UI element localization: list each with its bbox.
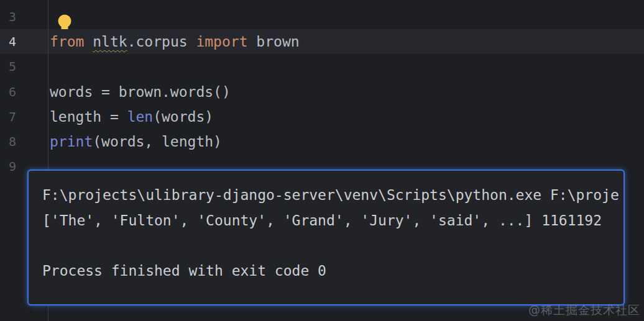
code-line-text: from nltk.corpus import brown: [50, 34, 300, 50]
console-output: F:\projects\ulibrary-django-server\venv\…: [42, 183, 623, 283]
code-token: print: [50, 133, 93, 150]
code-line[interactable]: 7length = len(words): [0, 104, 644, 129]
code-line[interactable]: 3: [0, 4, 644, 29]
run-output-panel[interactable]: F:\projects\ulibrary-django-server\venv\…: [27, 170, 625, 305]
line-number[interactable]: 5: [0, 59, 16, 74]
console-line: ['The', 'Fulton', 'County', 'Grand', 'Ju…: [42, 208, 623, 233]
line-number[interactable]: 6: [0, 84, 16, 99]
line-number[interactable]: 9: [0, 159, 16, 174]
code-line[interactable]: 4from nltk.corpus import brown: [0, 29, 644, 54]
code-token: [84, 34, 93, 50]
console-line: F:\projects\ulibrary-django-server\venv\…: [42, 183, 623, 208]
code-line-text: words = brown.words(): [50, 84, 231, 100]
ide-editor-window: 34from nltk.corpus import brown56words =…: [0, 0, 644, 321]
code-line[interactable]: 8print(words, length): [0, 129, 644, 154]
console-line: Process finished with exit code 0: [42, 258, 623, 284]
code-token: from: [50, 34, 84, 50]
code-token: nltk: [93, 34, 127, 50]
code-token: (words, length): [93, 133, 222, 150]
code-token: .corpus: [127, 34, 196, 50]
code-token: words = brown.words(): [50, 84, 231, 100]
code-area[interactable]: 34from nltk.corpus import brown56words =…: [0, 4, 644, 179]
code-line[interactable]: 5: [0, 54, 644, 79]
line-number[interactable]: 7: [0, 109, 16, 124]
code-token: len: [127, 109, 154, 125]
line-number[interactable]: 3: [0, 9, 16, 24]
code-line-text: print(words, length): [50, 133, 222, 150]
console-line: [42, 233, 623, 258]
code-line[interactable]: 6words = brown.words(): [0, 79, 644, 104]
code-line-text: length = len(words): [50, 109, 213, 125]
code-token: length =: [50, 109, 127, 125]
code-token: (words): [153, 109, 213, 125]
line-number[interactable]: 8: [0, 134, 16, 149]
code-token: import: [196, 34, 247, 50]
line-number[interactable]: 4: [0, 34, 16, 49]
code-token: brown: [248, 34, 300, 50]
